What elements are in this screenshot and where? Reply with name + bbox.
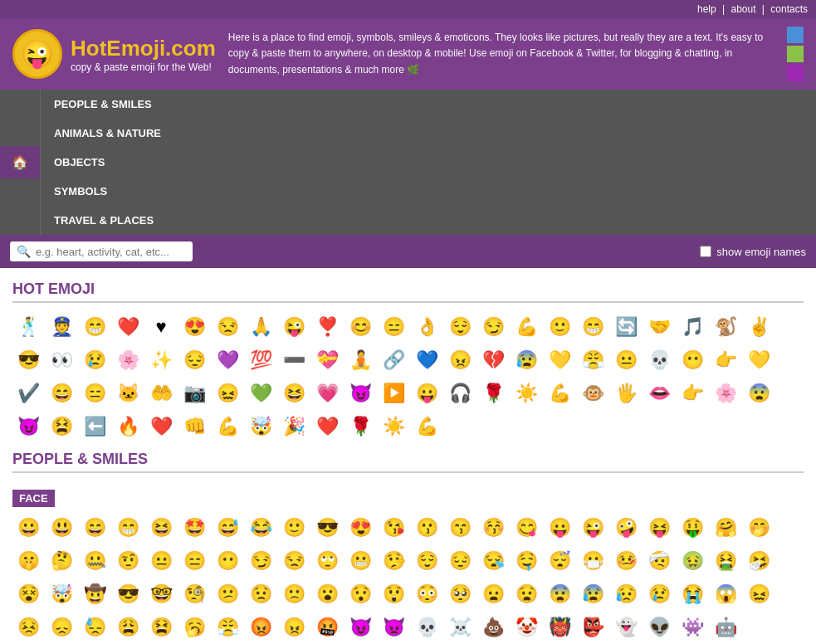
emoji-cell[interactable]: 🔄	[610, 311, 642, 343]
emoji-cell[interactable]: 👿	[378, 612, 409, 643]
home-button[interactable]: 🏠	[0, 146, 40, 178]
emoji-cell[interactable]: 😰	[577, 578, 608, 610]
emoji-cell[interactable]: 🤧	[743, 545, 774, 577]
emoji-cell[interactable]: 😜	[278, 311, 310, 343]
nav-item-animals---nature[interactable]: ANIMALS & NATURE	[40, 119, 174, 148]
emoji-cell[interactable]: 🎵	[677, 311, 708, 343]
emoji-cell[interactable]: 💀	[643, 344, 675, 376]
emoji-cell[interactable]: 💯	[245, 344, 276, 376]
emoji-cell[interactable]: 😈	[344, 612, 376, 643]
emoji-cell[interactable]: 😎	[311, 512, 343, 544]
color-block-blue[interactable]	[787, 27, 804, 43]
emoji-cell[interactable]: 🐱	[112, 378, 144, 409]
emoji-cell[interactable]: ❤️	[145, 411, 177, 442]
emoji-cell[interactable]: 😁	[112, 512, 144, 544]
emoji-cell[interactable]: 🎧	[444, 378, 476, 409]
emoji-cell[interactable]: 😍	[178, 311, 210, 343]
emoji-cell[interactable]: 😷	[577, 545, 608, 577]
emoji-cell[interactable]: 🐵	[577, 378, 608, 409]
emoji-cell[interactable]: 😡	[245, 612, 276, 643]
emoji-cell[interactable]: 💙	[411, 344, 442, 376]
emoji-cell[interactable]: 🤔	[46, 545, 77, 577]
emoji-cell[interactable]: 😯	[344, 578, 376, 610]
emoji-cell[interactable]: 😋	[511, 512, 542, 544]
emoji-cell[interactable]: 🤭	[743, 512, 774, 544]
emoji-cell[interactable]: 💀	[411, 612, 442, 643]
emoji-cell[interactable]: 😜	[577, 512, 608, 544]
emoji-cell[interactable]: ✨	[145, 344, 177, 376]
emoji-cell[interactable]: 🕺	[12, 311, 44, 343]
emoji-cell[interactable]: 💛	[743, 344, 774, 376]
emoji-cell[interactable]: ➖	[278, 344, 310, 376]
emoji-cell[interactable]: 😌	[411, 545, 442, 577]
emoji-cell[interactable]: 💜	[212, 344, 243, 376]
emoji-cell[interactable]: 📷	[178, 378, 210, 409]
emoji-cell[interactable]: 😠	[278, 612, 310, 643]
emoji-cell[interactable]: 😈	[12, 411, 44, 442]
emoji-cell[interactable]: 🙏	[245, 311, 276, 343]
emoji-cell[interactable]: 🤨	[112, 545, 144, 577]
emoji-cell[interactable]: 🤕	[643, 545, 675, 577]
emoji-cell[interactable]: 👾	[677, 612, 708, 643]
emoji-cell[interactable]: 😖	[743, 578, 774, 610]
emoji-cell[interactable]: 😒	[278, 545, 310, 577]
emoji-cell[interactable]: 👉	[710, 344, 741, 376]
emoji-cell[interactable]: 👀	[46, 344, 77, 376]
emoji-cell[interactable]: 😲	[378, 578, 409, 610]
emoji-cell[interactable]: 👺	[577, 612, 608, 643]
emoji-cell[interactable]: 😄	[46, 378, 77, 409]
emoji-cell[interactable]: 😳	[411, 578, 442, 610]
search-input[interactable]	[36, 246, 185, 258]
emoji-cell[interactable]: 😗	[411, 512, 442, 544]
emoji-cell[interactable]: 😕	[212, 578, 243, 610]
emoji-cell[interactable]: 🔥	[112, 411, 144, 442]
emoji-cell[interactable]: 😅	[212, 512, 243, 544]
emoji-cell[interactable]: 👌	[411, 311, 442, 343]
emoji-cell[interactable]: 😞	[46, 612, 77, 643]
emoji-cell[interactable]: 😁	[79, 311, 110, 343]
emoji-cell[interactable]: 🤓	[145, 578, 177, 610]
emoji-cell[interactable]: 👽	[643, 612, 675, 643]
emoji-cell[interactable]: 🧐	[178, 578, 210, 610]
emoji-cell[interactable]: ☀️	[511, 378, 542, 409]
emoji-cell[interactable]: 😫	[145, 612, 177, 643]
nav-item-travel---places[interactable]: TRAVEL & PLACES	[40, 206, 174, 235]
emoji-cell[interactable]: 😣	[12, 612, 44, 643]
emoji-cell[interactable]: ▶️	[378, 378, 409, 409]
emoji-cell[interactable]: 😬	[344, 545, 376, 577]
emoji-cell[interactable]: ❤️	[112, 311, 144, 343]
emoji-cell[interactable]: 🌹	[344, 411, 376, 442]
emoji-cell[interactable]: ☀️	[378, 411, 409, 442]
nav-item-symbols[interactable]: SYMBOLS	[40, 177, 174, 206]
emoji-cell[interactable]: 😓	[79, 612, 110, 643]
emoji-cell[interactable]: ❣️	[311, 311, 343, 343]
emoji-cell[interactable]: 🤡	[511, 612, 542, 643]
emoji-cell[interactable]: 🤒	[610, 545, 642, 577]
emoji-cell[interactable]: 😢	[643, 578, 675, 610]
emoji-cell[interactable]: ✌️	[743, 311, 774, 343]
emoji-cell[interactable]: 😫	[46, 411, 77, 442]
emoji-cell[interactable]: 🎉	[278, 411, 310, 442]
emoji-cell[interactable]: 🤐	[79, 545, 110, 577]
emoji-cell[interactable]: 😙	[444, 512, 476, 544]
color-block-purple[interactable]	[787, 65, 804, 81]
emoji-cell[interactable]: 💔	[477, 344, 509, 376]
emoji-cell[interactable]: 👻	[610, 612, 642, 643]
emoji-cell[interactable]: 😧	[511, 578, 542, 610]
emoji-cell[interactable]: 😨	[743, 378, 774, 409]
emoji-cell[interactable]: 🐒	[710, 311, 741, 343]
emoji-cell[interactable]: 💪	[511, 311, 542, 343]
emoji-cell[interactable]: 😍	[344, 512, 376, 544]
emoji-cell[interactable]: 😎	[112, 578, 144, 610]
emoji-cell[interactable]: 💗	[311, 378, 343, 409]
emoji-cell[interactable]: 😱	[710, 578, 741, 610]
emoji-cell[interactable]: 🤪	[610, 512, 642, 544]
emoji-cell[interactable]: 😢	[79, 344, 110, 376]
emoji-cell[interactable]: ☠️	[444, 612, 476, 643]
emoji-cell[interactable]: 😎	[12, 344, 44, 376]
emoji-cell[interactable]: 😑	[378, 311, 409, 343]
emoji-cell[interactable]: 🤥	[378, 545, 409, 577]
emoji-cell[interactable]: 😛	[411, 378, 442, 409]
emoji-cell[interactable]: 🥺	[444, 578, 476, 610]
emoji-cell[interactable]: 👮	[46, 311, 77, 343]
